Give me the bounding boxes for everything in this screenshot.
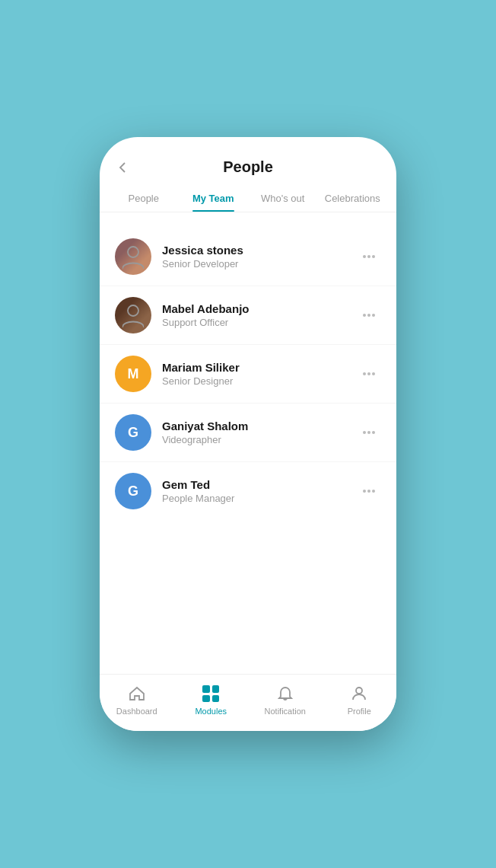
member-info: Mabel Adebanjo Support Officer <box>162 302 357 328</box>
svg-point-1 <box>128 305 138 316</box>
tab-celebrations[interactable]: Celebrations <box>318 185 388 212</box>
more-options-button[interactable] <box>357 487 381 496</box>
bottom-nav: Dashboard Modules Notification <box>100 674 396 731</box>
nav-label-dashboard: Dashboard <box>116 707 157 716</box>
member-name: Mariam Siliker <box>162 361 357 374</box>
tab-people[interactable]: People <box>109 185 179 212</box>
avatar <box>115 238 151 275</box>
nav-item-modules[interactable]: Modules <box>174 684 249 716</box>
member-name: Jessica stones <box>162 244 357 257</box>
nav-label-modules: Modules <box>195 707 227 716</box>
avatar: M <box>115 356 151 392</box>
more-options-button[interactable] <box>357 428 381 437</box>
phone-shell: People People My Team Who's out Celebrat… <box>100 137 396 731</box>
member-name: Mabel Adebanjo <box>162 302 357 315</box>
member-role: Senior Designer <box>162 375 357 387</box>
modules-icon <box>201 684 221 704</box>
member-role: Support Officer <box>162 317 357 328</box>
member-info: Mariam Siliker Senior Designer <box>162 361 357 387</box>
member-role: Videographer <box>162 434 357 445</box>
nav-item-profile[interactable]: Profile <box>323 684 397 716</box>
list-item: Mabel Adebanjo Support Officer <box>100 286 396 345</box>
avatar: G <box>115 473 151 509</box>
svg-point-2 <box>356 688 362 694</box>
nav-item-notification[interactable]: Notification <box>248 684 323 716</box>
member-name: Gem Ted <box>162 478 357 491</box>
tab-whos-out[interactable]: Who's out <box>248 185 318 212</box>
member-info: Ganiyat Shalom Videographer <box>162 420 357 445</box>
list-item: G Ganiyat Shalom Videographer <box>100 404 396 462</box>
tab-my-team[interactable]: My Team <box>179 185 249 212</box>
bell-icon <box>275 684 295 704</box>
member-info: Jessica stones Senior Developer <box>162 244 357 270</box>
member-name: Ganiyat Shalom <box>162 420 357 432</box>
avatar <box>115 297 151 333</box>
home-icon <box>127 684 147 704</box>
user-icon <box>349 684 369 704</box>
tabs-bar: People My Team Who's out Celebrations <box>100 185 396 212</box>
member-info: Gem Ted People Manager <box>162 478 357 504</box>
list-item: G Gem Ted People Manager <box>100 462 396 520</box>
list-item: M Mariam Siliker Senior Designer <box>100 345 396 404</box>
team-list: Jessica stones Senior Developer Mabel Ad… <box>100 212 396 674</box>
nav-item-dashboard[interactable]: Dashboard <box>100 684 174 716</box>
page-title: People <box>223 158 273 176</box>
member-role: Senior Developer <box>162 258 357 270</box>
svg-point-0 <box>128 247 138 257</box>
more-options-button[interactable] <box>357 369 381 378</box>
member-role: People Manager <box>162 493 357 504</box>
more-options-button[interactable] <box>357 311 381 320</box>
nav-label-notification: Notification <box>265 707 306 716</box>
nav-label-profile: Profile <box>348 707 371 716</box>
header: People <box>100 137 396 185</box>
back-button[interactable] <box>115 160 130 175</box>
list-item: Jessica stones Senior Developer <box>100 228 396 286</box>
more-options-button[interactable] <box>357 252 381 261</box>
avatar: G <box>115 414 151 451</box>
